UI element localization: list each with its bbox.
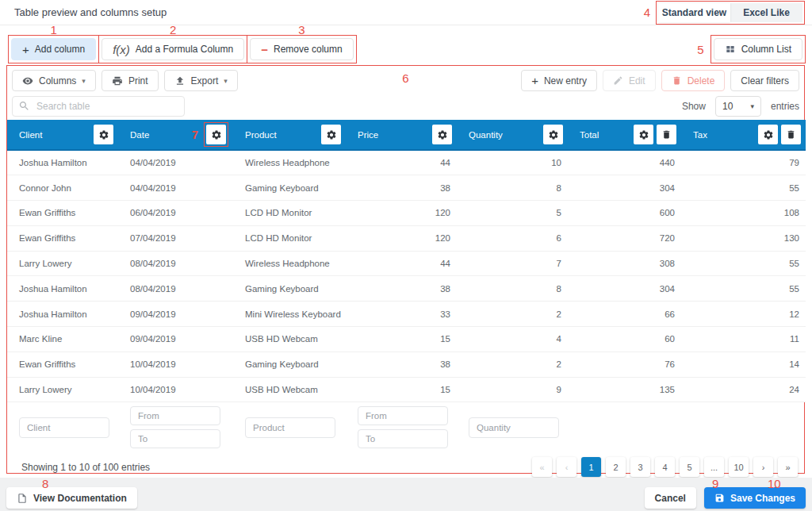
column-label: Date xyxy=(130,130,149,140)
price-to-filter-input[interactable] xyxy=(358,429,448,448)
column-list-label: Column List xyxy=(741,44,791,55)
table-cell: Marc Kline xyxy=(7,327,118,352)
client-filter-input[interactable] xyxy=(19,417,109,438)
table-row[interactable]: Connor John04/04/2019Gaming Keyboard3883… xyxy=(7,175,806,201)
price-from-filter-input[interactable] xyxy=(358,406,448,425)
save-changes-button[interactable]: Save Changes xyxy=(704,487,806,509)
pagination-item[interactable]: « xyxy=(532,457,552,477)
column-header-quantity: Quantity xyxy=(457,120,568,150)
column-delete-button[interactable] xyxy=(781,125,801,144)
table-cell: 5 xyxy=(457,201,568,226)
annotation-box-1: 1 + Add column xyxy=(8,35,99,63)
quantity-filter-input[interactable] xyxy=(469,417,559,438)
annotation-number-3: 3 xyxy=(298,24,304,36)
column-settings-button[interactable] xyxy=(94,125,113,144)
toggle-standard-view[interactable]: Standard view xyxy=(658,3,730,22)
pagination-item[interactable]: › xyxy=(753,457,773,477)
date-from-filter-input[interactable] xyxy=(130,406,220,425)
pagination-item[interactable]: ... xyxy=(704,457,724,477)
column-settings-button[interactable] xyxy=(432,125,452,144)
date-to-filter-input[interactable] xyxy=(130,429,220,448)
pagination-item[interactable]: 4 xyxy=(655,457,675,477)
trash-icon xyxy=(661,129,672,140)
table-row[interactable]: Joshua Hamilton04/04/2019Wireless Headph… xyxy=(7,150,806,175)
eye-icon xyxy=(22,75,33,86)
column-label: Price xyxy=(358,130,378,140)
filter-row xyxy=(7,402,806,455)
annotation-number-6: 6 xyxy=(402,72,408,84)
table-row[interactable]: Marc Kline09/04/2019USB HD Webcam1546011 xyxy=(7,327,806,352)
table-cell: 09/04/2019 xyxy=(118,302,233,327)
search-input[interactable] xyxy=(12,96,185,117)
add-formula-column-button[interactable]: f(x) Add a Formula Column xyxy=(102,38,244,60)
table-cell: 15 xyxy=(346,327,457,352)
column-settings-button[interactable] xyxy=(321,125,341,144)
plus-icon: + xyxy=(22,44,29,56)
pagination-item[interactable]: 3 xyxy=(630,457,650,477)
table-widget: 6 Columns ▾ Print Export ▾ + New entry xyxy=(6,65,805,474)
table-cell: Joshua Hamilton xyxy=(7,302,118,327)
new-entry-button[interactable]: + New entry xyxy=(521,70,597,91)
column-delete-button[interactable] xyxy=(657,125,676,144)
trash-icon xyxy=(672,75,682,86)
table-row[interactable]: Larry Lowery08/04/2019Wireless Headphone… xyxy=(7,251,806,276)
view-documentation-button[interactable]: View Documentation xyxy=(6,487,137,509)
showing-entries-text: Showing 1 to 10 of 100 entries xyxy=(21,462,150,473)
add-column-button[interactable]: + Add column xyxy=(11,38,96,60)
toggle-excel-like[interactable]: Excel Like xyxy=(730,3,802,22)
print-button[interactable]: Print xyxy=(102,70,159,91)
table-cell: USB HD Webcam xyxy=(233,377,346,402)
table-cell: 55 xyxy=(681,251,806,276)
table-cell: 9 xyxy=(457,377,568,402)
pagination-page-current[interactable]: 1 xyxy=(581,457,601,477)
clear-filters-button[interactable]: Clear filters xyxy=(730,70,799,91)
columns-visibility-button[interactable]: Columns ▾ xyxy=(12,70,96,91)
column-label: Quantity xyxy=(469,130,503,140)
annotation-number-4: 4 xyxy=(644,6,650,18)
table-cell: 44 xyxy=(346,251,457,276)
table-row[interactable]: Ewan Griffiths07/04/2019LCD HD Monitor12… xyxy=(7,225,806,251)
column-settings-button[interactable] xyxy=(206,125,226,144)
export-button[interactable]: Export ▾ xyxy=(164,70,238,91)
page-size-select[interactable]: 10 ▾ xyxy=(715,96,761,117)
remove-column-button[interactable]: − Remove column xyxy=(250,38,353,60)
table-cell: Mini Wireless Keyboard xyxy=(233,302,346,327)
pagination-item[interactable]: » xyxy=(778,457,798,477)
column-settings-button[interactable] xyxy=(634,125,653,144)
column-list-button[interactable]: Column List xyxy=(714,38,802,60)
delete-button[interactable]: Delete xyxy=(661,70,726,91)
bottom-bar: View Documentation Cancel Save Changes xyxy=(0,478,812,511)
printer-icon xyxy=(112,75,123,86)
column-settings-button[interactable] xyxy=(543,125,563,144)
table-cell: 304 xyxy=(568,276,681,302)
minus-icon: − xyxy=(261,44,268,56)
cancel-button[interactable]: Cancel xyxy=(645,487,696,509)
edit-button[interactable]: Edit xyxy=(603,70,656,91)
gear-icon xyxy=(437,129,448,140)
pagination-item[interactable]: ‹ xyxy=(557,457,576,477)
table-row[interactable]: Ewan Griffiths10/04/2019Gaming Keyboard3… xyxy=(7,352,806,377)
view-toggle-area: 4 Standard view Excel Like xyxy=(644,1,805,25)
caret-down-icon: ▾ xyxy=(82,77,86,85)
clear-filters-label: Clear filters xyxy=(741,75,789,86)
table-cell: LCD HD Monitor xyxy=(233,201,346,226)
table-row[interactable]: Joshua Hamilton09/04/2019Mini Wireless K… xyxy=(7,302,806,327)
cancel-label: Cancel xyxy=(655,493,686,504)
table-cell: Ewan Griffiths xyxy=(7,352,118,377)
product-filter-input[interactable] xyxy=(245,417,335,438)
table-row[interactable]: Ewan Griffiths06/04/2019LCD HD Monitor12… xyxy=(7,201,806,226)
annotation-box-2: 2 f(x) Add a Formula Column xyxy=(98,35,247,63)
table-row[interactable]: Larry Lowery10/04/2019USB HD Webcam15913… xyxy=(7,377,806,402)
view-mode-toggle: Standard view Excel Like xyxy=(658,3,802,22)
plus-icon: + xyxy=(531,74,538,87)
column-settings-button[interactable] xyxy=(758,125,778,144)
table-cell: 10/04/2019 xyxy=(118,377,233,402)
pagination-item[interactable]: 10 xyxy=(729,457,749,477)
pagination-item[interactable]: 2 xyxy=(606,457,626,477)
table-cell: Gaming Keyboard xyxy=(233,175,346,201)
page-size-value: 10 xyxy=(722,101,733,112)
pagination-item[interactable]: 5 xyxy=(680,457,699,477)
annotation-box-4: Standard view Excel Like xyxy=(656,1,805,25)
gear-icon xyxy=(326,129,337,140)
table-row[interactable]: Joshua Hamilton08/04/2019Gaming Keyboard… xyxy=(7,276,806,302)
